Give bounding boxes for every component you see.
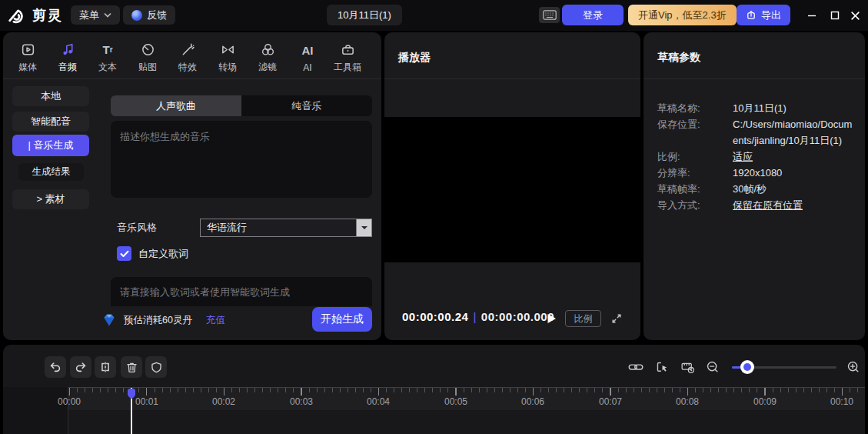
video-preview[interactable]	[384, 117, 640, 262]
param-label: 草稿帧率:	[657, 181, 733, 197]
zoom-out-button[interactable]	[705, 359, 720, 375]
undo-button[interactable]	[45, 356, 66, 378]
draft-param-row: 分辨率: 1920x1080	[657, 165, 854, 181]
start-generate-button[interactable]: 开始生成	[312, 307, 372, 332]
keyboard-icon	[543, 10, 557, 20]
tool-label: 特效	[178, 61, 197, 74]
ruler-label: 00:01	[135, 396, 158, 407]
draft-param-row: 比例: 适应	[657, 149, 854, 165]
ruler-label: 00:06	[521, 396, 544, 407]
undo-icon	[48, 360, 62, 374]
vip-button[interactable]: 开通Vip，低至2.3折	[628, 5, 737, 25]
fullscreen-icon	[610, 312, 623, 325]
split-button[interactable]	[95, 356, 116, 378]
window-maximize-button[interactable]	[825, 6, 845, 25]
preview-axis-button[interactable]	[680, 359, 695, 375]
media-library-panel: 媒体 音频 Tr 文本 贴图	[3, 32, 381, 340]
tab-vocal-song[interactable]: 人声歌曲	[111, 95, 241, 116]
link-button[interactable]	[628, 359, 644, 375]
timeline-zoom-slider[interactable]	[732, 362, 836, 372]
generate-row: 预估消耗60灵丹 充值 开始生成	[101, 307, 375, 333]
tab-transitions[interactable]: 转场	[208, 38, 248, 77]
aspect-ratio-button[interactable]: 比例	[565, 310, 601, 327]
maximize-icon	[830, 11, 840, 20]
tool-label: 贴图	[138, 61, 157, 74]
draft-param-row: 导入方式: 保留在原有位置	[657, 197, 854, 213]
zoom-in-button[interactable]	[846, 359, 861, 375]
feedback-label: 反馈	[147, 8, 167, 22]
estimated-cost-text: 预估消耗60灵丹	[124, 314, 192, 327]
param-value: 10月11日(1)	[733, 100, 854, 116]
tab-effects[interactable]: 特效	[168, 38, 208, 77]
media-icon	[21, 42, 35, 57]
diamond-icon	[101, 313, 117, 327]
titlebar: 剪灵 菜单 反馈 10月11日(1) 登录 开通Vip，低至2.3折 导出	[0, 0, 868, 31]
tab-instrumental[interactable]: 纯音乐	[241, 95, 372, 116]
menu-button[interactable]: 菜单	[71, 5, 120, 25]
tab-media[interactable]: 媒体	[8, 38, 48, 77]
export-label: 导出	[761, 8, 781, 22]
login-button[interactable]: 登录	[562, 5, 624, 25]
text-icon: Tr	[102, 42, 112, 57]
sidebar-item-smart-voice[interactable]: 智能配音	[12, 112, 89, 132]
ruler-label: 00:03	[290, 396, 313, 407]
close-icon	[850, 11, 860, 21]
draft-param-row: 保存位置: C:/Users/miaomiao/Documents/jianli…	[657, 116, 854, 149]
lyrics-input[interactable]: 请直接输入歌词或者使用智能歌词生成	[111, 277, 372, 306]
menu-label: 菜单	[79, 8, 99, 22]
time-separator: |	[468, 310, 481, 323]
sidebar-item-assets[interactable]: > 素材	[12, 189, 89, 209]
delete-button[interactable]	[121, 356, 142, 378]
music-style-select[interactable]: 华语流行	[200, 219, 372, 237]
ruler-label: 00:00	[58, 396, 81, 407]
param-value: C:/Users/miaomiao/Documents/jianling/10月…	[733, 116, 854, 149]
project-title[interactable]: 10月11日(1)	[327, 5, 402, 25]
tab-text[interactable]: Tr 文本	[88, 38, 128, 77]
tab-sticker[interactable]: 贴图	[128, 38, 168, 77]
player-title: 播放器	[398, 51, 431, 65]
transition-icon	[221, 42, 235, 57]
tool-label: AI	[303, 62, 311, 73]
fullscreen-button[interactable]	[610, 311, 626, 326]
slider-knob[interactable]	[740, 360, 754, 374]
player-panel: 播放器 00:00:00.24|00:00:00.000 比例	[384, 32, 640, 340]
music-type-tabs: 人声歌曲 纯音乐	[111, 95, 372, 116]
tool-label: 工具箱	[334, 61, 361, 74]
window-minimize-button[interactable]	[802, 6, 822, 25]
tool-label: 媒体	[18, 61, 37, 74]
custom-lyrics-checkbox[interactable]	[117, 246, 131, 261]
redo-button[interactable]	[70, 356, 91, 378]
select-cursor-icon	[655, 360, 670, 375]
recharge-link[interactable]: 充值	[206, 314, 225, 327]
mask-button[interactable]	[145, 356, 167, 378]
shortcut-keyboard-button[interactable]	[539, 7, 560, 23]
sidebar-item-generation-results[interactable]: 生成结果	[18, 163, 84, 181]
param-label: 导入方式:	[657, 197, 733, 213]
chevron-down-icon[interactable]	[356, 219, 371, 236]
tab-audio[interactable]: 音频	[48, 38, 88, 77]
sidebar-item-music-generation[interactable]: | 音乐生成	[12, 135, 89, 156]
sidebar-item-local[interactable]: 本地	[12, 86, 89, 106]
window-close-button[interactable]	[845, 6, 865, 25]
param-value: 30帧/秒	[733, 181, 854, 197]
param-value-aspect-link[interactable]: 适应	[733, 149, 854, 165]
ruler-label: 00:05	[444, 396, 467, 407]
ruler-label: 00:04	[367, 396, 390, 407]
tool-label: 滤镜	[258, 61, 277, 74]
play-button[interactable]	[543, 310, 560, 327]
select-cursor-button[interactable]	[654, 359, 670, 375]
music-description-input[interactable]: 描述你想生成的音乐	[111, 121, 372, 198]
tab-ai[interactable]: AI AI	[288, 38, 328, 77]
draft-params-rows: 草稿名称: 10月11日(1) 保存位置: C:/Users/miaomiao/…	[657, 100, 854, 213]
track-header-area	[3, 387, 68, 434]
playhead-icon	[127, 388, 136, 399]
tab-filters[interactable]: 滤镜	[248, 38, 288, 77]
param-value-import-link[interactable]: 保留在原有位置	[733, 197, 854, 213]
app-logo-icon	[8, 5, 27, 25]
tab-toolbox[interactable]: 工具箱	[328, 38, 367, 77]
export-button[interactable]: 导出	[737, 5, 790, 25]
mask-shield-icon	[150, 361, 163, 374]
feedback-button[interactable]: 反馈	[123, 5, 175, 25]
tool-label: 音频	[58, 61, 77, 74]
timeline-playhead[interactable]	[127, 388, 136, 399]
